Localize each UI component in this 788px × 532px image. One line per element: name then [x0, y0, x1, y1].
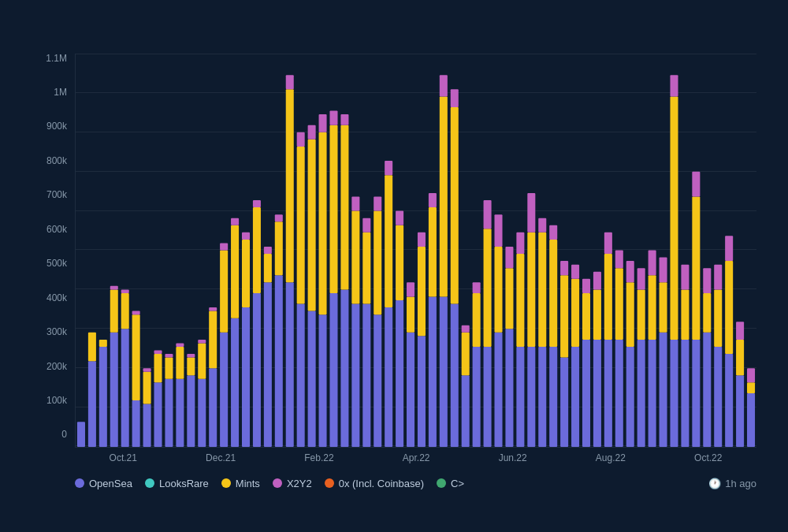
svg-rect-105 [473, 292, 481, 346]
svg-rect-47 [264, 282, 272, 447]
y-axis-label: 1.1M [46, 54, 67, 63]
svg-rect-136 [582, 278, 590, 292]
x-axis-label: Dec.21 [206, 452, 236, 463]
svg-rect-146 [626, 346, 634, 446]
svg-rect-45 [253, 207, 261, 293]
svg-rect-65 [329, 292, 337, 446]
svg-rect-72 [351, 210, 359, 303]
svg-rect-25 [176, 343, 184, 347]
svg-rect-140 [604, 339, 612, 446]
svg-rect-16 [143, 368, 151, 372]
svg-rect-62 [319, 314, 327, 447]
svg-rect-40 [231, 218, 239, 225]
svg-rect-15 [143, 371, 151, 404]
svg-rect-138 [593, 289, 601, 340]
svg-rect-84 [396, 225, 403, 299]
bars-chart [76, 54, 756, 447]
svg-rect-53 [286, 282, 294, 447]
svg-rect-1 [88, 361, 96, 447]
svg-rect-91 [418, 232, 426, 246]
svg-rect-157 [660, 257, 667, 282]
svg-rect-83 [396, 300, 403, 447]
svg-rect-108 [484, 229, 492, 347]
legend-item: OpenSea [75, 478, 132, 489]
chart-area: 1.1M1M900k800k700k600k500k400k300k200k10… [32, 54, 756, 463]
svg-rect-30 [198, 343, 206, 378]
svg-rect-176 [736, 375, 744, 447]
svg-rect-82 [385, 161, 392, 175]
legend-item: LooksRare [145, 478, 209, 489]
y-axis-label: 1M [54, 87, 67, 97]
svg-rect-19 [154, 350, 162, 354]
clock-icon: 🕐 [708, 478, 721, 489]
y-axis-label: 800k [46, 156, 67, 166]
svg-rect-33 [209, 311, 217, 368]
svg-rect-54 [286, 89, 294, 282]
legend-label: LooksRare [159, 478, 209, 489]
x-axis-label: Oct.21 [110, 452, 137, 463]
svg-rect-94 [429, 192, 437, 206]
svg-rect-144 [615, 268, 623, 340]
svg-rect-75 [362, 232, 370, 303]
svg-rect-50 [275, 275, 283, 447]
svg-rect-93 [429, 207, 437, 296]
svg-rect-39 [231, 225, 239, 318]
svg-rect-20 [165, 378, 173, 446]
svg-rect-122 [538, 346, 546, 446]
svg-rect-141 [604, 254, 612, 340]
svg-rect-64 [319, 114, 327, 132]
svg-rect-29 [198, 378, 206, 446]
x-axis-label: Apr.22 [403, 452, 430, 463]
svg-rect-6 [110, 289, 118, 332]
chart-container: 1.1M1M900k800k700k600k500k400k300k200k10… [16, 14, 772, 519]
svg-rect-119 [527, 346, 535, 446]
svg-rect-95 [440, 296, 448, 447]
legend-label: X2Y2 [287, 478, 312, 489]
svg-rect-97 [440, 75, 448, 96]
svg-rect-120 [527, 232, 535, 346]
svg-rect-168 [703, 292, 711, 332]
svg-rect-81 [385, 175, 392, 307]
svg-rect-114 [505, 268, 513, 329]
svg-rect-0 [77, 422, 85, 447]
y-axis-label: 600k [46, 225, 67, 234]
svg-rect-103 [462, 325, 470, 332]
svg-rect-28 [187, 354, 195, 358]
svg-rect-147 [626, 282, 634, 347]
svg-rect-70 [340, 114, 348, 125]
svg-rect-113 [505, 329, 513, 447]
svg-rect-8 [121, 329, 129, 447]
svg-rect-71 [351, 303, 359, 446]
svg-rect-130 [560, 261, 568, 275]
svg-rect-89 [418, 336, 426, 447]
bars-wrapper: Oct.21Dec.21Feb.22Apr.22Jun.22Aug.22Oct.… [75, 54, 756, 463]
svg-rect-115 [505, 246, 513, 267]
svg-rect-9 [121, 292, 129, 328]
legend-color-dot [145, 478, 154, 488]
svg-rect-152 [649, 339, 656, 446]
y-axis-label: 900k [46, 121, 67, 131]
svg-rect-31 [198, 339, 206, 343]
timestamp: 🕐1h ago [708, 478, 756, 489]
svg-rect-46 [253, 199, 261, 206]
svg-rect-177 [736, 339, 744, 374]
svg-rect-27 [187, 357, 195, 375]
svg-rect-61 [308, 125, 316, 139]
svg-rect-37 [220, 243, 228, 250]
svg-rect-2 [88, 332, 96, 360]
svg-rect-178 [736, 322, 744, 340]
svg-rect-11 [132, 400, 140, 447]
legend-color-dot [273, 478, 282, 488]
svg-rect-104 [473, 346, 481, 446]
y-axis-label: 100k [46, 396, 67, 405]
svg-rect-127 [549, 225, 557, 239]
svg-rect-151 [637, 268, 645, 289]
y-axis-label: 0 [61, 430, 67, 439]
svg-rect-60 [308, 139, 316, 311]
svg-rect-134 [582, 339, 590, 446]
svg-rect-179 [747, 392, 755, 446]
svg-rect-49 [264, 246, 272, 253]
svg-rect-158 [670, 339, 678, 446]
bars-inner [75, 54, 756, 448]
y-axis-label: 300k [46, 327, 67, 337]
